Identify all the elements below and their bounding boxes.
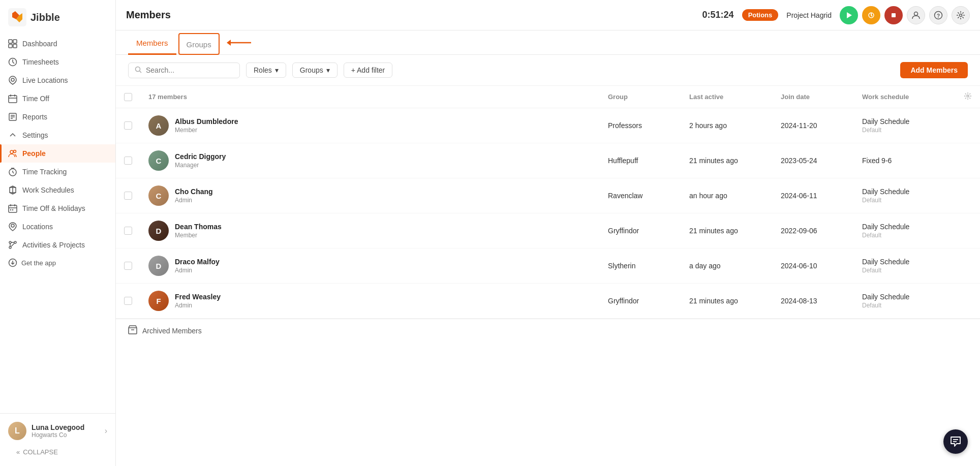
group-value: Gryffindor <box>608 297 639 305</box>
user-profile[interactable]: L Luna Lovegood Hogwarts Co › <box>8 420 107 442</box>
row-checkbox[interactable] <box>124 121 132 130</box>
row-options <box>956 248 980 284</box>
row-join-date: 2024-06-10 <box>773 248 854 284</box>
member-avatar: A <box>148 115 169 136</box>
sidebar-item-work-schedules[interactable]: Work Schedules <box>0 181 115 199</box>
archive-icon <box>128 325 137 336</box>
member-avatar: F <box>148 291 169 311</box>
user-org: Hogwarts Co <box>32 431 100 439</box>
row-last-active: 21 minutes ago <box>681 213 773 248</box>
row-last-active: an hour ago <box>681 178 773 213</box>
row-checkbox-cell <box>116 143 140 178</box>
member-avatar: C <box>148 185 169 206</box>
timer-display: 0:51:24 <box>702 10 734 20</box>
member-name[interactable]: Draco Malfoy <box>175 258 220 266</box>
row-work-schedule: Daily Schedule Default <box>854 284 956 319</box>
add-members-button[interactable]: Add Members <box>900 62 968 78</box>
row-checkbox[interactable] <box>124 192 132 200</box>
row-group: Slytherin <box>600 248 681 284</box>
sidebar-item-time-tracking[interactable]: Time Tracking <box>0 163 115 181</box>
sidebar-item-time-off[interactable]: Time Off <box>0 89 115 108</box>
row-checkbox[interactable] <box>124 227 132 235</box>
row-checkbox[interactable] <box>124 157 132 165</box>
settings-button[interactable] <box>952 6 970 24</box>
table-row: A Albus Dumbledore Member Professors 2 h… <box>116 108 980 143</box>
chat-bubble-button[interactable] <box>943 429 968 454</box>
svg-point-47 <box>136 67 140 71</box>
activity-badge[interactable]: Potions <box>742 9 779 21</box>
sidebar-item-reports[interactable]: Reports <box>0 108 115 126</box>
sidebar-item-activities-projects[interactable]: Activities & Projects <box>0 236 115 254</box>
header-checkbox-cell <box>116 86 140 108</box>
member-role: Admin <box>175 197 213 204</box>
row-group: Professors <box>600 108 681 143</box>
sidebar-item-dashboard[interactable]: Dashboard <box>0 35 115 53</box>
collapse-button[interactable]: « COLLAPSE <box>8 444 107 460</box>
sidebar-item-time-off-holidays[interactable]: Time Off & Holidays <box>0 199 115 218</box>
help-button[interactable]: ? <box>929 6 947 24</box>
start-timer-button[interactable] <box>840 6 858 24</box>
roles-filter-button[interactable]: Roles ▾ <box>246 63 286 78</box>
locations-label: Locations <box>22 223 53 231</box>
user-info: Luna Lovegood Hogwarts Co <box>32 423 100 439</box>
stop-timer-button[interactable] <box>884 6 903 24</box>
tab-groups[interactable]: Groups <box>178 33 220 55</box>
row-work-schedule: Daily Schedule Default <box>854 213 956 248</box>
row-checkbox-cell <box>116 284 140 319</box>
svg-point-31 <box>14 241 16 243</box>
row-group: Gryffindor <box>600 213 681 248</box>
select-all-checkbox[interactable] <box>124 93 132 101</box>
svg-point-44 <box>960 14 962 16</box>
row-checkbox[interactable] <box>124 297 132 305</box>
member-details: Cho Chang Admin <box>175 188 213 204</box>
archived-members-bar[interactable]: Archived Members <box>116 319 980 342</box>
dashboard-icon <box>8 39 17 48</box>
work-schedule-name: Daily Schedule <box>862 293 947 301</box>
topbar-icons: ? <box>840 6 970 24</box>
svg-point-30 <box>9 241 11 243</box>
logo-area[interactable]: Jibble <box>0 0 115 33</box>
sidebar-item-locations[interactable]: Locations <box>0 218 115 236</box>
member-name[interactable]: Cho Chang <box>175 188 213 196</box>
work-schedule-name: Daily Schedule <box>862 258 947 266</box>
download-icon <box>8 258 17 267</box>
add-filter-label: + Add filter <box>351 66 385 74</box>
work-schedule-sub: Default <box>862 267 947 274</box>
member-name[interactable]: Albus Dumbledore <box>175 117 238 126</box>
sidebar-item-live-locations[interactable]: Live Locations <box>0 71 115 89</box>
time-tracking-icon <box>8 167 17 176</box>
member-name[interactable]: Cedric Diggory <box>175 152 226 161</box>
join-date-value: 2022-09-06 <box>781 227 817 235</box>
row-checkbox[interactable] <box>124 262 132 270</box>
work-schedule-name: Fixed 9-6 <box>862 157 947 165</box>
svg-point-32 <box>9 246 11 248</box>
member-name[interactable]: Fred Weasley <box>175 293 221 301</box>
row-last-active: a day ago <box>681 248 773 284</box>
sidebar-settings-toggle[interactable]: Settings <box>0 126 115 144</box>
row-checkbox-cell <box>116 213 140 248</box>
get-app-item[interactable]: Get the app <box>0 254 115 271</box>
add-filter-button[interactable]: + Add filter <box>344 63 393 78</box>
header-group: Group <box>600 86 681 108</box>
tab-members[interactable]: Members <box>128 30 176 55</box>
groups-filter-button[interactable]: Groups ▾ <box>292 63 338 78</box>
pause-timer-button[interactable] <box>862 6 880 24</box>
sidebar-item-timesheets[interactable]: Timesheets <box>0 53 115 71</box>
sidebar-item-people[interactable]: People <box>0 144 115 163</box>
locations-icon <box>8 222 17 231</box>
svg-text:?: ? <box>937 13 940 18</box>
search-box[interactable] <box>128 63 240 78</box>
content-area: Members Groups <box>116 30 980 466</box>
member-avatar: D <box>148 221 169 241</box>
join-date-value: 2024-08-13 <box>781 297 817 305</box>
svg-rect-7 <box>9 96 17 103</box>
sidebar-item-label: Time Off <box>22 95 49 103</box>
member-details: Dean Thomas Member <box>175 223 222 239</box>
project-label: Project Hagrid <box>786 11 832 19</box>
member-name[interactable]: Dean Thomas <box>175 223 222 231</box>
table-header: 17 members Group Last active Join date W <box>116 86 980 108</box>
chevron-up-icon <box>8 131 17 140</box>
svg-rect-2 <box>13 40 17 43</box>
profile-button[interactable] <box>907 6 925 24</box>
search-input[interactable] <box>146 66 227 74</box>
